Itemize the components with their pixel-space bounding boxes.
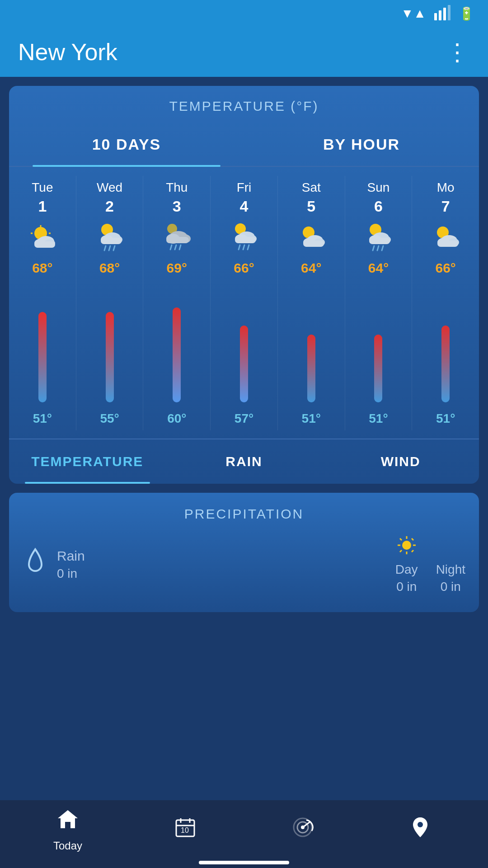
moon-night-icon xyxy=(441,535,460,560)
svg-line-21 xyxy=(113,246,115,250)
metric-tab-rain[interactable]: RAIN xyxy=(166,439,323,484)
day-name-sun: Sun xyxy=(367,180,390,195)
day-col-mon[interactable]: Mo 7 66° 51° xyxy=(412,176,479,430)
more-menu-button[interactable]: ⋮ xyxy=(446,38,470,66)
thermo-sun xyxy=(347,280,410,407)
weather-icon-fri xyxy=(229,222,259,252)
signal-icon xyxy=(434,4,450,24)
day-name-fri: Fri xyxy=(237,180,252,195)
svg-rect-0 xyxy=(434,13,437,20)
day-num-thu: 3 xyxy=(173,198,181,215)
day-col-wed[interactable]: Wed 2 68° xyxy=(76,176,144,430)
night-label: Night xyxy=(436,562,465,577)
calendar-icon: 10 xyxy=(174,816,197,844)
svg-line-27 xyxy=(170,245,172,250)
high-temp-tue: 68° xyxy=(32,260,52,276)
day-name-wed: Wed xyxy=(97,180,122,195)
sun-day-icon xyxy=(397,535,417,560)
day-name-tue: Tue xyxy=(32,180,53,195)
svg-rect-1 xyxy=(439,10,441,20)
day-num-fri: 4 xyxy=(240,198,249,215)
location-icon xyxy=(408,816,432,844)
nav-today[interactable]: Today xyxy=(9,807,127,852)
svg-line-62 xyxy=(412,538,413,540)
svg-text:10: 10 xyxy=(181,826,189,834)
svg-line-50 xyxy=(382,246,383,250)
svg-line-19 xyxy=(104,246,106,250)
low-temp-tue: 51° xyxy=(33,411,52,426)
weather-icon-mon xyxy=(430,222,461,252)
thermo-fri xyxy=(212,280,276,407)
precip-day-night: Day 0 in Night 0 in xyxy=(395,535,465,594)
day-col-sat[interactable]: Sat 5 64° 51° xyxy=(278,176,345,430)
svg-point-56 xyxy=(402,541,411,550)
svg-line-28 xyxy=(175,245,176,250)
day-label: Day xyxy=(395,562,418,577)
metric-tab-temperature[interactable]: TEMPERATURE xyxy=(9,439,166,484)
svg-rect-26 xyxy=(166,237,189,243)
day-col-sun[interactable]: Sun 6 64° xyxy=(345,176,413,430)
gesture-bar xyxy=(199,861,289,864)
svg-rect-18 xyxy=(101,238,122,244)
svg-marker-65 xyxy=(58,810,78,828)
low-temp-wed: 55° xyxy=(100,411,119,426)
precip-type-col: Rain 0 in xyxy=(57,548,386,581)
thermo-thu xyxy=(145,280,208,407)
high-temp-fri: 66° xyxy=(234,260,254,276)
weather-icon-tue xyxy=(27,222,58,252)
battery-icon: 🔋 xyxy=(459,6,474,21)
day-col-thu[interactable]: Thu 3 69° xyxy=(143,176,211,430)
weather-icon-wed xyxy=(94,222,125,252)
rain-drop-icon xyxy=(23,546,48,584)
weather-icon-sat xyxy=(296,222,327,252)
tab-10days[interactable]: 10 DAYS xyxy=(9,123,244,166)
svg-rect-47 xyxy=(369,238,390,244)
weather-icon-sun xyxy=(363,222,394,252)
svg-line-29 xyxy=(179,245,181,250)
svg-line-37 xyxy=(248,245,249,250)
svg-rect-34 xyxy=(235,237,256,243)
svg-rect-55 xyxy=(437,241,458,247)
high-temp-wed: 68° xyxy=(99,260,120,276)
svg-line-35 xyxy=(239,245,240,250)
thermo-wed xyxy=(78,280,141,407)
day-col-fri[interactable]: Fri 4 66° xyxy=(211,176,278,430)
day-col-tue[interactable]: Tue 1 xyxy=(9,176,76,430)
precipitation-card: PRECIPITATION Rain 0 in xyxy=(9,493,479,612)
day-name-thu: Thu xyxy=(166,180,188,195)
precip-amount: 0 in xyxy=(57,566,386,581)
svg-line-64 xyxy=(412,550,413,552)
svg-line-49 xyxy=(377,246,379,250)
bottom-nav: Today 10 xyxy=(0,800,488,868)
low-temp-mon: 51° xyxy=(436,411,455,426)
high-temp-mon: 66° xyxy=(435,260,455,276)
thermo-sat xyxy=(280,280,343,407)
low-temp-fri: 57° xyxy=(235,411,253,426)
day-num-tue: 1 xyxy=(38,198,47,215)
day-num-wed: 2 xyxy=(105,198,114,215)
precip-section-title: PRECIPITATION xyxy=(23,506,465,522)
nav-calendar[interactable]: 10 xyxy=(127,816,244,844)
night-amount: 0 in xyxy=(441,580,461,594)
precip-type: Rain xyxy=(57,548,386,564)
precip-row: Rain 0 in xyxy=(23,535,465,594)
svg-line-20 xyxy=(109,246,110,250)
day-num-mon: 7 xyxy=(441,198,450,215)
svg-line-61 xyxy=(400,538,402,540)
svg-rect-2 xyxy=(443,8,446,20)
high-temp-sun: 64° xyxy=(368,260,389,276)
app-title: New York xyxy=(18,38,117,66)
day-num-sun: 6 xyxy=(374,198,383,215)
day-name-sat: Sat xyxy=(302,180,321,195)
high-temp-thu: 69° xyxy=(167,260,187,276)
low-temp-thu: 60° xyxy=(167,411,186,426)
thermo-mon xyxy=(414,280,477,407)
day-name-mon: Mo xyxy=(437,180,455,195)
main-content: TEMPERATURE (°F) 10 DAYS BY HOUR Tue 1 xyxy=(0,77,488,621)
nav-today-label: Today xyxy=(53,840,82,852)
days-container: Tue 1 xyxy=(9,167,479,435)
nav-location[interactable] xyxy=(361,816,479,844)
tab-byhour[interactable]: BY HOUR xyxy=(244,123,479,166)
nav-radar[interactable] xyxy=(244,816,361,844)
metric-tab-wind[interactable]: WIND xyxy=(322,439,479,484)
